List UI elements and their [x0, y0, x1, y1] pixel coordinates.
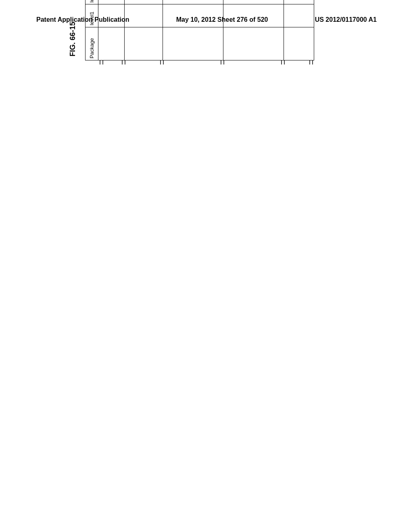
cell	[98, 0, 125, 4]
cell	[125, 0, 163, 4]
cell	[284, 0, 314, 4]
table-row: Calculation 66230	[284, 0, 314, 60]
cell	[163, 0, 223, 4]
cell	[163, 4, 223, 27]
cell	[98, 27, 125, 60]
table-header-row: Package level1 level2 level3 level4 leve…	[86, 0, 98, 60]
col-header-package: Package	[86, 27, 98, 60]
table-row: BankCon-tractFinan-cialCondi-tionUsage-C…	[223, 0, 284, 60]
table-row: BankCon-tractFinan-cialCondi-tionSpecifi…	[163, 0, 223, 60]
cell	[125, 4, 163, 27]
figure-title: FIG. 66-15	[69, 0, 77, 56]
header-right: US 2012/0117000 A1	[315, 16, 377, 23]
cell	[284, 4, 314, 27]
cell	[98, 4, 125, 27]
edge-connectors	[98, 60, 315, 64]
cell	[125, 27, 163, 60]
col-header-level2: level2	[86, 0, 98, 4]
table-row: PaymentCondi-tion 66224	[125, 0, 163, 60]
figure-container: FIG. 66-15 Package level1 level2 level3 …	[69, 0, 314, 60]
cell	[163, 27, 223, 60]
cell	[284, 27, 314, 60]
cell	[223, 27, 284, 60]
cell	[223, 0, 284, 4]
cell	[223, 4, 284, 27]
table-row: Percent 66222	[98, 0, 125, 60]
col-header-level1: level1	[86, 4, 98, 27]
data-table: Package level1 level2 level3 level4 leve…	[85, 0, 314, 60]
